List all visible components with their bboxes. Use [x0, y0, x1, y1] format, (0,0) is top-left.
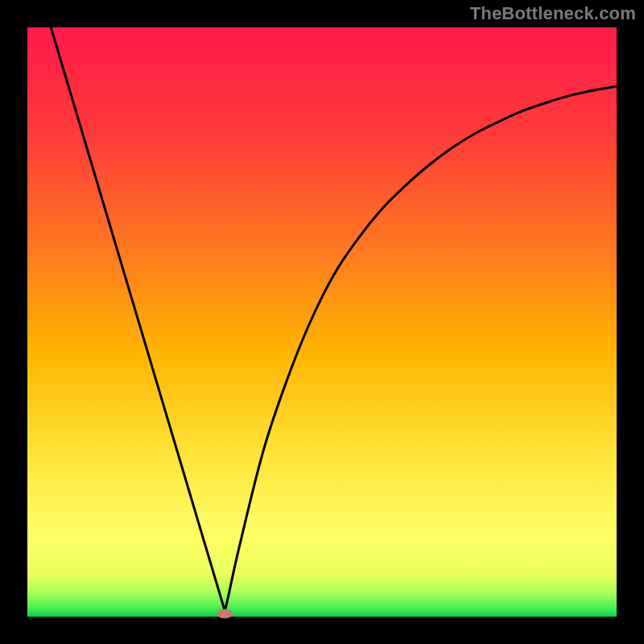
chart-frame: TheBottleneck.com	[0, 0, 644, 644]
bottleneck-chart	[0, 0, 644, 644]
optimal-point-marker	[217, 609, 233, 618]
attribution-text: TheBottleneck.com	[470, 3, 636, 24]
plot-background	[27, 27, 617, 617]
